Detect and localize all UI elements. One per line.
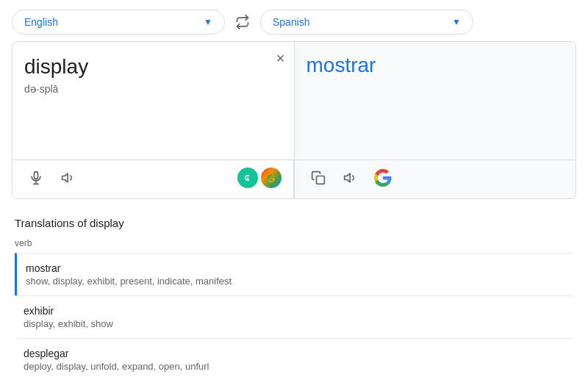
source-text[interactable]: display (24, 54, 282, 80)
google-g-icon (374, 169, 392, 187)
source-tools-bar: G (12, 160, 295, 198)
svg-marker-6 (344, 173, 350, 182)
target-speaker-button[interactable] (339, 166, 362, 190)
svg-rect-5 (316, 176, 324, 184)
mic-icon (29, 170, 43, 185)
source-mic-button[interactable] (24, 166, 48, 190)
grammarly-tools: G (237, 168, 282, 188)
panels-top-row: display də·splā × mostrar (12, 42, 576, 159)
clear-input-button[interactable]: × (276, 51, 285, 65)
google-feedback-button[interactable] (371, 166, 395, 190)
swap-languages-button[interactable] (225, 9, 260, 35)
translation-main-2: desplegar (24, 348, 573, 359)
copy-translation-button[interactable] (306, 166, 330, 190)
translation-panels: display də·splā × mostrar (12, 41, 576, 199)
source-left-icons (24, 166, 80, 190)
source-language-label: English (24, 16, 58, 28)
source-text-panel: display də·splā × (12, 42, 295, 159)
target-lang-arrow-icon: ▼ (452, 17, 461, 27)
source-lang-arrow-icon: ▼ (204, 17, 212, 27)
translation-alts-0: show, display, exhibit, present, indicat… (26, 276, 573, 287)
translator-container: English ▼ Spanish ▼ display də·splā × (0, 0, 588, 377)
translation-main-0: mostrar (26, 262, 573, 274)
target-tool-icons (295, 160, 576, 198)
translation-alts-1: display, exhibit, show (24, 318, 573, 329)
target-language-select[interactable]: Spanish ▼ (260, 10, 473, 35)
panels-bottom-row: G (12, 159, 576, 198)
grammarly-button[interactable] (237, 168, 258, 188)
translation-main-1: exhibir (24, 305, 573, 317)
translated-text: mostrar (306, 54, 564, 77)
pos-label: verb (15, 238, 573, 248)
swap-icon (235, 15, 250, 29)
source-language-select[interactable]: English ▼ (12, 10, 225, 35)
grammarly-g-button[interactable]: G (261, 168, 282, 188)
speaker-icon (61, 170, 76, 185)
target-tools-bar (295, 160, 576, 198)
translation-item-2: desplegar deploy, display, unfold, expan… (15, 338, 573, 377)
phonetic-text: də·splā (24, 83, 282, 95)
source-speaker-button[interactable] (57, 166, 80, 190)
source-tool-icons: G (12, 160, 294, 198)
translation-alts-2: deploy, display, unfold, expand, open, u… (24, 361, 573, 372)
target-language-label: Spanish (273, 16, 310, 28)
svg-rect-0 (35, 172, 38, 179)
translation-item-0: mostrar show, display, exhibit, present,… (15, 253, 573, 295)
language-selector-row: English ▼ Spanish ▼ (12, 9, 576, 35)
translations-section: Translations of display verb mostrar sho… (12, 217, 576, 377)
svg-marker-3 (62, 173, 68, 182)
translation-item-1: exhibir display, exhibit, show (15, 295, 573, 338)
target-text-panel: mostrar (295, 42, 576, 159)
target-speaker-icon (343, 170, 358, 185)
translations-title: Translations of display (15, 217, 573, 229)
copy-icon (311, 170, 326, 185)
grammarly-g-label: G (267, 172, 276, 184)
grammarly-icon (242, 172, 254, 184)
